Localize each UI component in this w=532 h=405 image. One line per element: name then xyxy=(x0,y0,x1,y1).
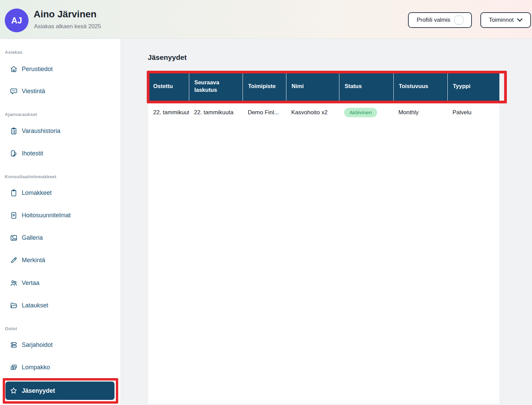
sidebar-item-label: Viestintä xyxy=(22,88,45,95)
cell-toimipiste: Demo Finl... xyxy=(243,109,286,116)
section-label-asiakas: Asiakas xyxy=(5,50,22,55)
section-label-ostot: Ostot xyxy=(5,326,17,331)
document-icon xyxy=(10,211,18,219)
swatch-test-icon xyxy=(10,149,18,157)
table-header-row: Ostettu Seuraava laskutus Toimipiste Nim… xyxy=(148,71,499,101)
top-header-bar: AJ Aino Järvinen Asiakas alkaen kesä 202… xyxy=(0,0,532,39)
users-icon xyxy=(10,279,18,287)
column-header-tyyppi: Tyyppi xyxy=(447,71,499,101)
sidebar-item-varaushistoria[interactable]: Varaushistoria xyxy=(5,122,114,140)
cell-seuraava-laskutus: 22. tammikuuta xyxy=(189,109,243,116)
sidebar-item-hoitosuunnitelmat[interactable]: Hoitosuunnitelmat xyxy=(5,206,114,224)
home-icon xyxy=(10,65,18,73)
image-icon xyxy=(10,234,18,242)
stack-icon xyxy=(10,341,18,349)
sidebar-item-lataukset[interactable]: Lataukset xyxy=(5,296,114,315)
sidebar-item-ihotestit[interactable]: Ihotestit xyxy=(5,144,114,163)
sidebar-item-lompakko[interactable]: Lompakko xyxy=(5,358,114,376)
profile-complete-checkbox[interactable] xyxy=(455,16,463,24)
sidebar-item-viestinta[interactable]: Viestintä xyxy=(5,82,114,100)
table-row[interactable]: 22. tammikuuta 22. tammikuuta Demo Finl.… xyxy=(148,101,499,124)
sidebar-item-jasenyydet[interactable]: Jäsenyydet xyxy=(5,382,114,400)
avatar: AJ xyxy=(5,9,29,32)
sidebar-item-label: Ihotestit xyxy=(22,150,43,157)
folder-icon xyxy=(10,301,18,309)
section-label-ajanvaraukset: Ajanvaraukset xyxy=(5,112,37,117)
column-header-toimipiste: Toimipiste xyxy=(243,71,286,101)
sidebar-item-label: Galleria xyxy=(22,234,43,241)
pencil-icon xyxy=(10,256,18,264)
section-label-konsultaatiolomakkeet: Konsultaatiolomakkeet xyxy=(5,174,56,179)
sidebar-item-perustiedot[interactable]: Perustiedot xyxy=(5,60,114,78)
main-content: Jäsenyydet Ostettu Seuraava laskutus Toi… xyxy=(121,39,532,405)
client-since-subtitle: Asiakas alkaen kesä 2025 xyxy=(34,23,101,30)
sidebar-item-label: Merkintä xyxy=(22,257,45,264)
sidebar-item-galleria[interactable]: Galleria xyxy=(5,229,114,247)
column-header-ostettu: Ostettu xyxy=(148,71,189,101)
status-badge: Aktiivinen xyxy=(344,108,377,117)
clipboard-icon xyxy=(10,189,18,197)
sidebar-item-label: Sarjahoidot xyxy=(22,341,53,349)
sidebar-item-label: Lataukset xyxy=(22,302,48,309)
sidebar-item-label: Lompakko xyxy=(22,364,50,371)
profile-complete-button[interactable]: Profiili valmis xyxy=(408,12,472,28)
chat-icon xyxy=(10,87,18,95)
client-name: Aino Järvinen xyxy=(34,9,96,20)
cell-tyyppi: Palvelu xyxy=(447,109,499,116)
cell-status: Aktiivinen xyxy=(339,108,393,117)
sidebar-item-label: Vertaa xyxy=(22,280,39,287)
sidebar-item-label: Perustiedot xyxy=(22,66,53,73)
chevron-down-icon xyxy=(517,18,522,22)
column-header-nimi: Nimi xyxy=(286,71,339,101)
clipboard-list-icon xyxy=(10,127,18,135)
cell-nimi: Kasvohoito x2 xyxy=(286,109,339,116)
star-icon xyxy=(10,387,18,395)
sidebar-item-label: Varaushistoria xyxy=(22,128,60,135)
actions-label: Toiminnot xyxy=(489,17,514,23)
sidebar-item-label: Jäsenyydet xyxy=(22,387,55,394)
wallet-icon xyxy=(10,363,18,371)
cell-ostettu: 22. tammikuuta xyxy=(148,109,189,116)
memberships-table-card: Ostettu Seuraava laskutus Toimipiste Nim… xyxy=(148,71,499,404)
sidebar-item-merkinta[interactable]: Merkintä xyxy=(5,251,114,269)
actions-button[interactable]: Toiminnot xyxy=(480,12,531,28)
profile-complete-label: Profiili valmis xyxy=(416,17,450,23)
column-header-toistuvuus: Toistuvuus xyxy=(393,71,447,101)
sidebar-item-sarjahoidot[interactable]: Sarjahoidot xyxy=(5,336,114,354)
column-header-seuraava-laskutus: Seuraava laskutus xyxy=(189,71,243,101)
page-title: Jäsenyydet xyxy=(148,53,187,62)
cell-toistuvuus: Monthly xyxy=(393,109,447,116)
sidebar-item-label: Lomakkeet xyxy=(22,189,52,197)
sidebar: Asiakas Perustiedot Viestintä Ajanvarauk… xyxy=(0,39,121,405)
column-header-status: Status xyxy=(339,71,393,101)
sidebar-item-lomakkeet[interactable]: Lomakkeet xyxy=(5,184,114,202)
sidebar-item-vertaa[interactable]: Vertaa xyxy=(5,274,114,292)
sidebar-item-label: Hoitosuunnitelmat xyxy=(22,212,71,219)
